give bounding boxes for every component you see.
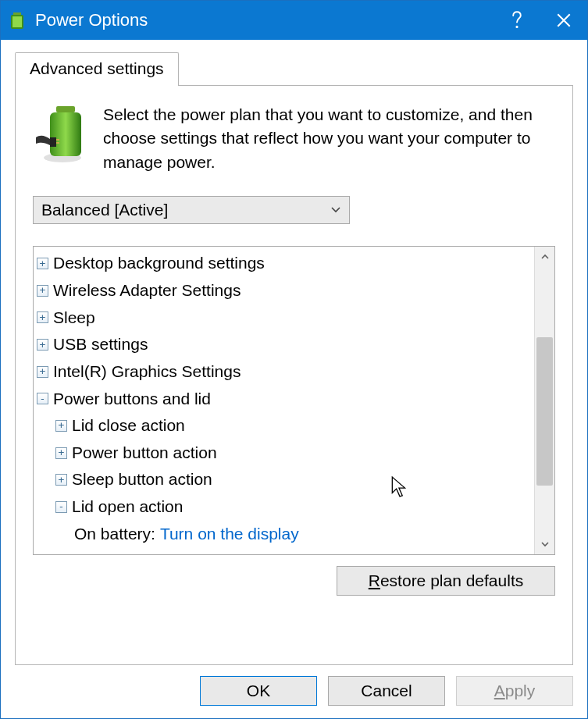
tree-item-power-buttons-lid[interactable]: -Power buttons and lid <box>37 386 531 413</box>
battery-icon <box>7 10 27 30</box>
dialog-buttons: OK Cancel Apply <box>1 676 587 718</box>
settings-tree: +Desktop background settings +Wireless A… <box>33 246 555 555</box>
svg-rect-6 <box>50 112 81 156</box>
svg-rect-5 <box>56 106 75 112</box>
client-area: Advanced settings <box>1 40 587 676</box>
ok-button[interactable]: OK <box>200 676 317 706</box>
plus-icon[interactable]: + <box>37 258 48 269</box>
tree-item-wireless-adapter[interactable]: +Wireless Adapter Settings <box>37 277 531 304</box>
tree-item-usb[interactable]: +USB settings <box>37 331 531 358</box>
svg-rect-9 <box>56 142 59 144</box>
tab-page: Select the power plan that you want to c… <box>15 85 573 665</box>
tree-body[interactable]: +Desktop background settings +Wireless A… <box>34 247 534 554</box>
plus-icon[interactable]: + <box>37 366 48 378</box>
plus-icon[interactable]: + <box>37 339 48 351</box>
tree-item-lid-open[interactable]: -Lid open action <box>37 493 531 521</box>
scroll-down-icon[interactable] <box>535 534 554 554</box>
plus-icon[interactable]: + <box>55 474 67 486</box>
svg-rect-7 <box>50 137 56 147</box>
intro-text: Select the power plan that you want to c… <box>103 103 555 174</box>
on-battery-value[interactable]: Turn on the display <box>160 521 299 548</box>
titlebar[interactable]: Power Options <box>1 1 587 40</box>
tree-item-sleep[interactable]: +Sleep <box>37 304 531 332</box>
tree-item-sleep-button-action[interactable]: +Sleep button action <box>37 466 531 493</box>
tree-leaf-on-battery[interactable]: On battery: Turn on the display <box>37 521 531 548</box>
plugged-in-value[interactable]: Turn on the display <box>161 547 300 554</box>
window-title: Power Options <box>35 10 494 30</box>
minus-icon[interactable]: - <box>37 393 48 404</box>
tree-item-power-button-action[interactable]: +Power button action <box>37 440 531 467</box>
tree-item-desktop-background[interactable]: +Desktop background settings <box>37 250 531 277</box>
cancel-button[interactable]: Cancel <box>328 676 445 706</box>
svg-rect-0 <box>13 12 21 15</box>
scroll-track[interactable] <box>535 267 554 534</box>
power-icon <box>33 103 87 166</box>
help-button[interactable] <box>494 1 540 40</box>
close-button[interactable] <box>540 1 587 40</box>
svg-rect-8 <box>56 139 59 141</box>
plus-icon[interactable]: + <box>55 420 67 432</box>
tree-item-lid-close[interactable]: +Lid close action <box>37 412 531 440</box>
svg-point-3 <box>515 26 518 28</box>
restore-defaults-button[interactable]: Restore plan defaults <box>337 566 555 596</box>
tree-item-intel-graphics[interactable]: +Intel(R) Graphics Settings <box>37 358 531 386</box>
scroll-thumb[interactable] <box>536 337 553 486</box>
power-options-dialog: Power Options Advanced settings <box>0 0 588 719</box>
plus-icon[interactable]: + <box>55 447 67 459</box>
power-plan-selected: Balanced [Active] <box>41 201 168 219</box>
tree-scrollbar[interactable] <box>534 247 554 554</box>
plus-icon[interactable]: + <box>37 285 48 297</box>
svg-rect-2 <box>12 16 22 27</box>
minus-icon[interactable]: - <box>55 501 67 513</box>
plus-icon[interactable]: + <box>37 311 48 323</box>
chevron-down-icon <box>330 204 341 216</box>
tab-advanced-settings[interactable]: Advanced settings <box>15 52 179 86</box>
on-battery-label: On battery: <box>74 521 155 548</box>
tree-leaf-plugged-in[interactable]: Plugged in: Turn on the display <box>37 547 531 554</box>
power-plan-dropdown[interactable]: Balanced [Active] <box>33 196 350 224</box>
apply-button[interactable]: Apply <box>456 676 573 706</box>
tab-strip: Advanced settings <box>15 52 573 85</box>
intro-row: Select the power plan that you want to c… <box>33 103 555 174</box>
plugged-in-label: Plugged in: <box>74 547 156 554</box>
scroll-up-icon[interactable] <box>535 247 554 267</box>
